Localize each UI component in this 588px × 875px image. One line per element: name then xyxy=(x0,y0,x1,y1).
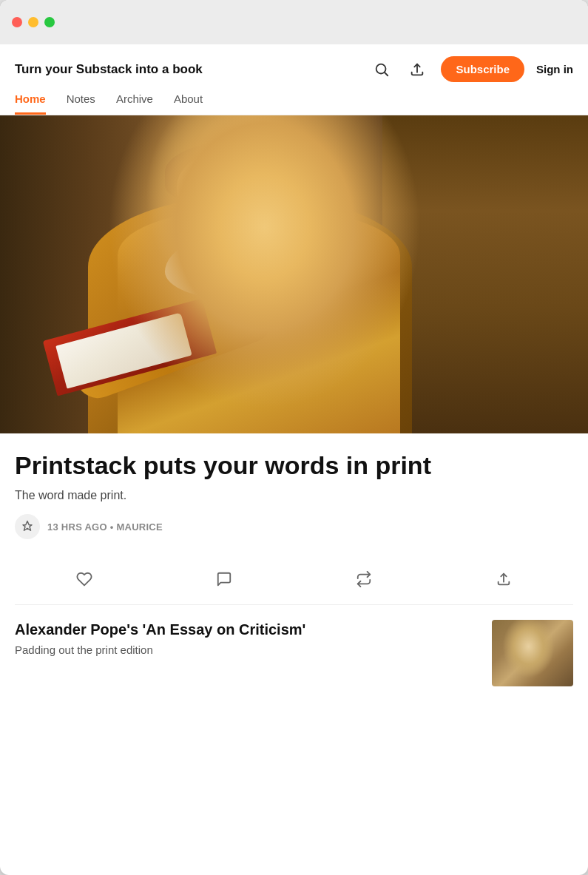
share-post-button[interactable] xyxy=(489,564,518,594)
like-button[interactable] xyxy=(70,564,99,594)
thumb-painting-image xyxy=(492,620,573,686)
main-content: Printstack puts your words in print The … xyxy=(0,433,588,716)
featured-post-title: Printstack puts your words in print xyxy=(15,451,573,480)
share-post-icon xyxy=(496,571,512,587)
post-time-ago: 13 HRS AGO • MAURICE xyxy=(47,521,163,533)
nav-item-archive[interactable]: Archive xyxy=(116,92,153,115)
titlebar xyxy=(0,0,588,44)
minimize-button[interactable] xyxy=(28,17,38,27)
featured-post-subtitle: The word made print. xyxy=(15,489,573,502)
hero-painting xyxy=(0,115,588,433)
close-button[interactable] xyxy=(12,17,22,27)
subscribe-button[interactable]: Subscribe xyxy=(441,56,524,82)
site-title: Turn your Substack into a book xyxy=(15,62,370,77)
comment-icon xyxy=(216,571,232,587)
maximize-button[interactable] xyxy=(44,17,55,27)
post-preview-subtitle: Padding out the print edition xyxy=(15,643,480,656)
heart-icon xyxy=(76,571,92,587)
hero-image xyxy=(0,115,588,433)
share-button[interactable] xyxy=(405,58,429,81)
nav-item-notes[interactable]: Notes xyxy=(67,92,95,115)
post-preview-text: Alexander Pope's 'An Essay on Criticism'… xyxy=(15,620,480,656)
post-preview-title: Alexander Pope's 'An Essay on Criticism' xyxy=(15,620,480,639)
restack-icon xyxy=(356,571,372,587)
post-preview-thumbnail xyxy=(492,620,573,686)
header-actions: Subscribe Sign in xyxy=(370,56,573,82)
search-icon xyxy=(374,61,390,78)
post-actions xyxy=(15,554,573,605)
svg-point-0 xyxy=(376,64,386,73)
app-window: Turn your Substack into a book Subscribe xyxy=(0,0,588,875)
search-button[interactable] xyxy=(370,58,393,81)
restack-button[interactable] xyxy=(349,564,379,594)
main-nav: Home Notes Archive About xyxy=(15,92,573,115)
nav-item-about[interactable]: About xyxy=(174,92,203,115)
svg-line-1 xyxy=(385,72,388,75)
header-top-row: Turn your Substack into a book Subscribe xyxy=(15,56,573,82)
pin-icon xyxy=(15,514,40,539)
nav-item-home[interactable]: Home xyxy=(15,92,46,115)
site-header: Turn your Substack into a book Subscribe xyxy=(0,44,588,115)
sign-in-button[interactable]: Sign in xyxy=(536,63,573,75)
upload-icon xyxy=(409,61,425,78)
post-preview[interactable]: Alexander Pope's 'An Essay on Criticism'… xyxy=(15,620,573,701)
comment-button[interactable] xyxy=(209,564,239,594)
post-meta: 13 HRS AGO • MAURICE xyxy=(15,514,573,539)
